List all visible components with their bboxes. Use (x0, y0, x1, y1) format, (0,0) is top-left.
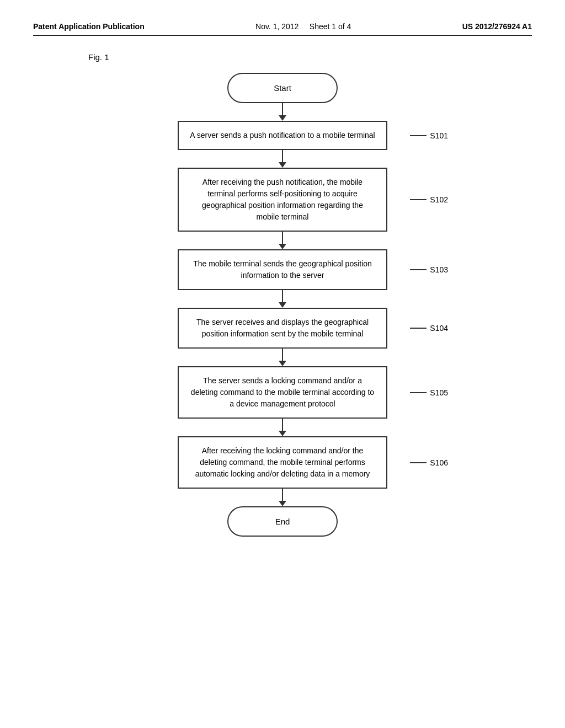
step-s101-wrapper: A server sends a push notification to a … (117, 121, 448, 150)
arrow-5 (279, 419, 286, 436)
step-s104-text: The server receives and displays the geo… (190, 317, 375, 340)
step-s101-text: A server sends a push notification to a … (190, 130, 375, 141)
end-shape: End (227, 506, 338, 537)
step-s101-label: S101 (410, 131, 448, 140)
start-label: Start (274, 83, 291, 93)
arrow-3 (279, 290, 286, 308)
step-s103-text: The mobile terminal sends the geographic… (190, 258, 375, 281)
step-s106-box: After receiving the locking command and/… (178, 436, 387, 489)
step-s103-label: S103 (410, 265, 448, 274)
header-date: Nov. 1, 2012 (255, 22, 299, 31)
step-s105-text: The server sends a locking command and/o… (190, 375, 375, 410)
step-s104-wrapper: The server receives and displays the geo… (117, 308, 448, 349)
flowchart: Start A server sends a push notification… (33, 73, 532, 537)
end-terminal: End (117, 506, 448, 537)
step-s106-label: S106 (410, 458, 448, 467)
arrow-1 (279, 150, 286, 168)
step-s102-label: S102 (410, 195, 448, 204)
step-s104-box: The server receives and displays the geo… (178, 308, 387, 349)
step-s105-box: The server sends a locking command and/o… (178, 366, 387, 419)
step-s102-text: After receiving the push notification, t… (190, 176, 375, 223)
step-s104-label: S104 (410, 324, 448, 333)
page-header: Patent Application Publication Nov. 1, 2… (33, 22, 532, 36)
step-s101-box: A server sends a push notification to a … (178, 121, 387, 150)
step-s102-wrapper: After receiving the push notification, t… (117, 168, 448, 232)
header-center: Nov. 1, 2012 Sheet 1 of 4 (255, 22, 351, 31)
step-s105-wrapper: The server sends a locking command and/o… (117, 366, 448, 419)
arrow-0 (279, 103, 286, 121)
step-s102-box: After receiving the push notification, t… (178, 168, 387, 232)
start-shape: Start (227, 73, 338, 103)
arrow-6 (279, 489, 286, 506)
start-terminal: Start (117, 73, 448, 103)
header-right: US 2012/276924 A1 (462, 22, 532, 31)
step-s106-wrapper: After receiving the locking command and/… (117, 436, 448, 489)
step-s103-wrapper: The mobile terminal sends the geographic… (117, 249, 448, 290)
page: Patent Application Publication Nov. 1, 2… (0, 0, 565, 728)
arrow-4 (279, 349, 286, 366)
header-left: Patent Application Publication (33, 22, 145, 31)
arrow-2 (279, 232, 286, 249)
step-s106-text: After receiving the locking command and/… (190, 445, 375, 480)
step-s105-label: S105 (410, 388, 448, 397)
end-label: End (275, 517, 290, 526)
figure-label: Fig. 1 (88, 52, 532, 62)
step-s103-box: The mobile terminal sends the geographic… (178, 249, 387, 290)
header-sheet: Sheet 1 of 4 (310, 22, 351, 31)
